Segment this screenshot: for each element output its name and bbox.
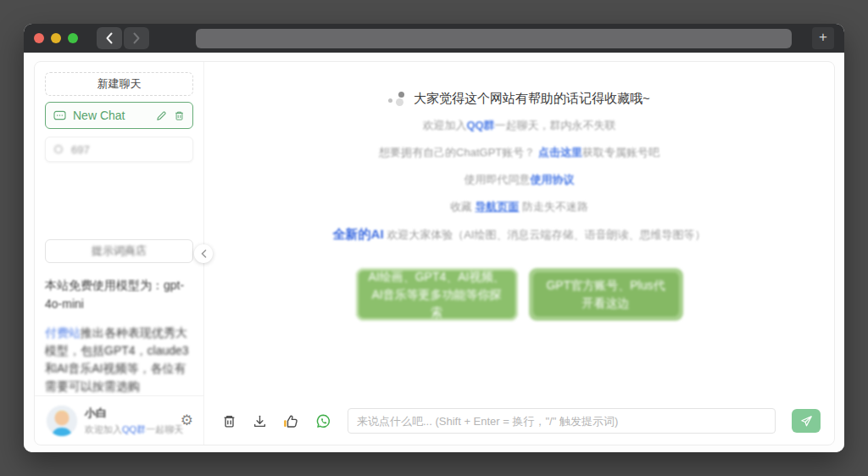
delete-icon[interactable] — [174, 110, 185, 121]
chat-bubble-icon — [53, 110, 66, 121]
send-button[interactable] — [792, 409, 821, 433]
paper-plane-icon — [800, 415, 813, 428]
welcome-line-6: 全新的AI 欢迎大家体验（AI绘图、消息云端存储、语音朗读、思维导图等） — [333, 226, 706, 243]
export-chat-button[interactable] — [253, 414, 267, 428]
trash-icon — [222, 414, 236, 428]
paid-site-notice: 付费站推出各种表现优秀大模型，包括GPT4，claude3和AI音乐AI视频等，… — [45, 324, 193, 395]
chat-main: 大家觉得这个网站有帮助的话记得收藏哦~ 欢迎加入QQ群一起聊天，群内永不失联 想… — [204, 62, 834, 445]
minimize-window-button[interactable] — [51, 33, 61, 43]
new-chat-button[interactable]: 新建聊天 — [45, 72, 193, 96]
profile-subtitle: 欢迎加入QQ群一起聊天 — [85, 423, 181, 436]
sidebar-collapse-handle[interactable] — [194, 244, 213, 263]
welcome-text: 大家觉得这个网站有帮助的话记得收藏哦~ — [414, 90, 650, 107]
message-input[interactable] — [348, 408, 776, 434]
maximize-window-button[interactable] — [68, 33, 78, 43]
whatsapp-icon — [315, 413, 331, 429]
composer-bar — [204, 397, 834, 445]
clear-chat-button[interactable] — [222, 414, 236, 428]
chat-list-item[interactable]: 697 — [45, 137, 193, 162]
promo-card-features[interactable]: AI绘画、GPT4、AI视频、AI音乐等更多功能等你探索 — [356, 268, 518, 321]
sidebar-spacer — [45, 162, 193, 239]
profile-name: 小白 — [85, 406, 181, 421]
thumbs-up-icon — [283, 414, 299, 428]
welcome-line-3: 想要拥有自己的ChatGPT账号？ 点击这里获取专属账号吧 — [379, 144, 659, 161]
page-background: 新建聊天 New Chat 697 提示词商店 — [24, 53, 844, 452]
new-ai-link[interactable]: 全新的AI — [333, 227, 384, 241]
chat-app-card: 新建聊天 New Chat 697 提示词商店 — [34, 61, 835, 445]
promo-row: AI绘画、GPT4、AI视频、AI音乐等更多功能等你探索 GPT官方账号、Plu… — [356, 268, 683, 321]
dots-logo-icon — [388, 92, 406, 106]
click-here-link[interactable]: 点击这里 — [538, 146, 582, 159]
qq-group-link[interactable]: QQ群 — [122, 424, 146, 434]
download-icon — [253, 414, 267, 428]
prompt-shop-label: 提示词商店 — [92, 244, 147, 259]
prompt-shop-button[interactable]: 提示词商店 — [45, 239, 193, 263]
avatar[interactable] — [47, 406, 77, 436]
free-model-notice: 本站免费使用模型为：gpt-4o-mini — [45, 276, 193, 313]
welcome-block: 大家觉得这个网站有帮助的话记得收藏哦~ 欢迎加入QQ群一起聊天，群内永不失联 想… — [204, 62, 834, 321]
browser-window: + 新建聊天 New Chat 697 — [24, 24, 844, 452]
welcome-line-2: 欢迎加入QQ群一起聊天，群内永不失联 — [422, 117, 615, 134]
terms-link[interactable]: 使用协议 — [531, 173, 575, 186]
welcome-line-5: 收藏 导航页面 防走失不迷路 — [450, 199, 588, 216]
nav-page-link[interactable]: 导航页面 — [476, 200, 520, 213]
sidebar: 新建聊天 New Chat 697 提示词商店 — [35, 62, 204, 445]
chat-list-item-active[interactable]: New Chat — [45, 102, 193, 129]
url-bar[interactable] — [196, 29, 792, 48]
close-window-button[interactable] — [34, 33, 44, 43]
chevron-left-icon — [201, 249, 207, 258]
chevron-left-icon — [105, 32, 114, 44]
like-button[interactable] — [283, 414, 299, 428]
paid-site-link[interactable]: 付费站 — [45, 326, 81, 339]
chevron-right-icon — [132, 32, 141, 44]
chat-history-icon — [53, 144, 64, 155]
promo-card-label: GPT官方账号、Plus代开看这边 — [533, 272, 679, 316]
promo-card-gpt-account[interactable]: GPT官方账号、Plus代开看这边 — [529, 268, 683, 321]
contact-button[interactable] — [315, 413, 331, 429]
profile-bar: 小白 欢迎加入QQ群一起聊天 ⚙ — [35, 395, 203, 445]
avatar-illustration — [47, 406, 77, 436]
qq-group-link[interactable]: QQ群 — [466, 119, 494, 132]
promo-card-label: AI绘画、GPT4、AI视频、AI音乐等更多功能等你探索 — [368, 268, 506, 322]
new-tab-button[interactable]: + — [812, 27, 834, 49]
back-button[interactable] — [97, 27, 122, 49]
welcome-line-4: 使用即代同意使用协议 — [465, 171, 575, 188]
welcome-line-1: 大家觉得这个网站有帮助的话记得收藏哦~ — [388, 90, 650, 107]
browser-titlebar: + — [24, 24, 844, 53]
chat-title: New Chat — [73, 109, 156, 122]
edit-icon[interactable] — [156, 110, 167, 121]
chat-title: 697 — [71, 143, 90, 156]
forward-button[interactable] — [124, 27, 149, 49]
